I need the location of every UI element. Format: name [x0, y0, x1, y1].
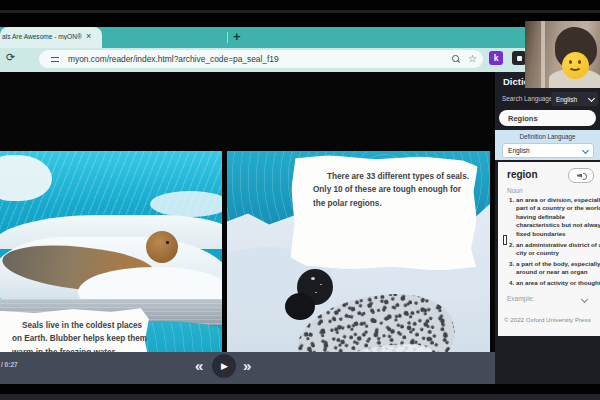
site-settings-icon[interactable] [51, 56, 59, 63]
forward-button[interactable]: » [243, 355, 251, 377]
smiley-mouth [568, 61, 582, 71]
play-icon[interactable]: ▶ [221, 360, 228, 372]
search-language-label: Search Language [502, 95, 552, 102]
bookmark-star-icon[interactable]: ☆ [468, 53, 477, 64]
rewind-button[interactable]: « [195, 355, 203, 377]
text-cursor-icon [503, 235, 507, 245]
chevron-down-icon[interactable] [581, 296, 588, 303]
definition-language-select[interactable]: English [502, 143, 594, 158]
extension-kami-icon[interactable]: k [489, 51, 503, 65]
definition-item: an area or division, especially part of … [516, 196, 600, 238]
search-language-select[interactable]: English [551, 92, 598, 106]
webcam-video [525, 21, 600, 88]
top-letterbox [0, 0, 600, 27]
bearded-seal-head [146, 231, 178, 263]
definitions-list: an area or division, especially part of … [506, 196, 600, 290]
part-of-speech: Noun [507, 187, 523, 194]
definition-language-value: English [508, 147, 530, 154]
screen: als Are Awesome - myON® × + ⟳ myon.com/r… [0, 0, 600, 400]
dictionary-search-input[interactable] [499, 110, 596, 126]
bottom-letterbox [0, 384, 600, 394]
hooded-seal-nose [285, 293, 315, 320]
seal-spots [311, 277, 315, 280]
definition-item: an area of activity or thought [516, 279, 600, 287]
ice-chunk [150, 191, 222, 217]
search-icon[interactable] [452, 55, 460, 63]
reload-icon[interactable]: ⟳ [6, 52, 15, 63]
seal-eye [166, 241, 169, 244]
definition-item: an administrative district of a city or … [516, 241, 600, 258]
tab-close-icon[interactable]: × [86, 31, 91, 41]
door-frame [541, 21, 545, 88]
tab-separator [227, 32, 228, 43]
bottom-frame-bar [0, 394, 600, 400]
time-display: / 0:27 [1, 361, 18, 368]
definition-card: region Noun an area or division, especia… [498, 162, 600, 336]
search-language-value: English [556, 96, 577, 103]
chevron-down-icon [588, 95, 595, 102]
smiley-face-icon [562, 52, 589, 79]
url-text[interactable]: myon.com/reader/index.html?archive_code=… [68, 54, 279, 64]
dictionary-word: region [507, 169, 538, 180]
right-page-text: There are 33 different types of seals. O… [307, 170, 471, 210]
tab-title: als Are Awesome - myON® [2, 33, 82, 40]
definition-item: a part of the body, especially around or… [516, 260, 600, 277]
copyright-text: © 2022 Oxford University Press [504, 316, 591, 323]
top-frame-line [0, 10, 600, 13]
speaker-icon [577, 172, 586, 179]
pronounce-button[interactable] [568, 168, 594, 183]
chevron-down-icon [582, 146, 589, 153]
extension-icon[interactable] [512, 51, 526, 65]
example-expander[interactable]: Example: [507, 295, 534, 302]
reader-stage: Seals live in the coldest places on Eart… [0, 72, 497, 352]
definition-language-label: Definition Language [495, 133, 600, 140]
new-tab-button[interactable]: + [233, 29, 241, 44]
